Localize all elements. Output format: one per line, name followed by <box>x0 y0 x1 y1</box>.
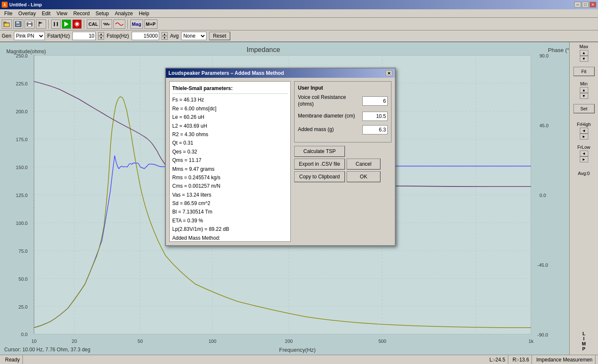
cal-button[interactable]: CAL <box>87 19 100 29</box>
menu-edit[interactable]: Edit <box>39 10 53 17</box>
dialog-title-bar[interactable]: Loudspeaker Parameters – Added Mass Meth… <box>166 68 395 78</box>
max-down-button[interactable]: ▼ <box>580 56 588 62</box>
noise-button[interactable] <box>101 19 112 29</box>
tsp-parameter-item: Bl = 7.130514 Tm <box>172 208 288 216</box>
tsp-parameter-item: ETA = 0.39 % <box>172 216 288 225</box>
dialog-title-text: Loudspeaker Parameters – Added Mass Meth… <box>168 70 284 76</box>
tsp-parameter-item: Re = 6.00 ohms[dc] <box>172 104 288 113</box>
tsp-parameter-item: Rms = 0.245574 kg/s <box>172 173 288 182</box>
cursor-l-status: L:-24.5 <box>487 355 508 364</box>
svg-line-22 <box>108 24 109 25</box>
tsp-parameter-item: Cms = 0.001257 m/N <box>172 182 288 190</box>
ok-button[interactable]: OK <box>347 171 380 182</box>
menu-record[interactable]: Record <box>71 10 92 17</box>
pause-button[interactable] <box>51 19 61 29</box>
frhigh-arrows: ◄ ► <box>580 128 588 140</box>
voice-coil-row: Voice coil Resistance(ohms) <box>298 94 388 107</box>
gen-bar: Gen Pink PN White PN Sine Sweep Fstart(H… <box>0 30 598 42</box>
limp-p: P <box>582 346 585 351</box>
tsp-parameter-item: Mms = 9.47 grams <box>172 165 288 173</box>
tsp-parameter-item: Qes = 0.32 <box>172 148 288 156</box>
svg-rect-15 <box>76 23 78 25</box>
svg-rect-12 <box>57 22 58 26</box>
fstart-spinner[interactable]: ▲ ▼ <box>98 32 104 40</box>
open-button[interactable] <box>2 19 12 29</box>
play-button[interactable] <box>62 19 71 29</box>
fstop-label: Fstop(Hz) <box>107 33 129 39</box>
minimize-button[interactable]: ─ <box>574 2 581 8</box>
tsp-parameter-item: Vas = 13.24 liters <box>172 191 288 199</box>
menu-bar: File Overlay Edit View Record Setup Anal… <box>0 9 598 18</box>
chart-container[interactable]: Magnitude(ohms) 250.0 225.0 200.0 175.0 … <box>0 42 569 355</box>
export-csv-button[interactable]: Export in .CSV file <box>294 159 345 170</box>
maximize-button[interactable]: □ <box>582 2 589 8</box>
fit-button[interactable]: Fit <box>573 67 595 76</box>
frhigh-right-button[interactable]: ► <box>580 134 588 140</box>
frhigh-left-button[interactable]: ◄ <box>580 128 588 134</box>
main-area: Magnitude(ohms) 250.0 225.0 200.0 175.0 … <box>0 42 598 355</box>
avg-label: Avg <box>170 33 179 39</box>
save-button[interactable] <box>13 19 23 29</box>
dialog-close-button[interactable]: ✕ <box>386 70 392 76</box>
fstop-input[interactable] <box>132 32 159 40</box>
export-row: Export in .CSV file Cancel <box>294 159 391 170</box>
stop-button[interactable] <box>72 19 82 29</box>
toolbar-separator-2 <box>84 19 85 29</box>
tsp-title: Thiele-Small parameters: <box>172 84 288 94</box>
dialog-right-section: User Input Voice coil Resistance(ohms) M… <box>294 81 391 242</box>
cursor-r-status: R:-13.6 <box>510 355 532 364</box>
set-button[interactable]: Set <box>573 104 595 113</box>
avg-value: Avg:0 <box>578 171 590 176</box>
reset-button[interactable]: Reset <box>209 32 230 40</box>
frlow-left-button[interactable]: ◄ <box>580 151 588 156</box>
svg-marker-10 <box>39 22 43 24</box>
max-up-button[interactable]: ▲ <box>580 50 588 56</box>
menu-analyze[interactable]: Analyze <box>112 10 135 17</box>
calculate-tsp-button[interactable]: Calculate TSP <box>294 146 345 157</box>
min-down-button[interactable]: ▼ <box>580 93 588 99</box>
svg-rect-5 <box>16 25 20 26</box>
tsp-parameter-item: Fs = 46.13 Hz <box>172 96 288 104</box>
menu-view[interactable]: View <box>54 10 70 17</box>
fstop-spinner[interactable]: ▲ ▼ <box>162 32 168 40</box>
gen-label: Gen <box>2 33 11 39</box>
min-arrows: ▲ ▼ <box>580 87 588 99</box>
voice-coil-resistance-input[interactable] <box>362 96 388 106</box>
fstop-down[interactable]: ▼ <box>162 36 168 40</box>
avg-select[interactable]: None 2 4 8 16 <box>181 32 207 40</box>
fstart-label: Fstart(Hz) <box>47 33 70 39</box>
svg-rect-1 <box>4 22 6 23</box>
print-button[interactable] <box>25 19 35 29</box>
fstart-up[interactable]: ▲ <box>98 32 104 36</box>
flag-button[interactable] <box>36 19 46 29</box>
wave-button[interactable] <box>113 19 125 29</box>
frlow-right-button[interactable]: ► <box>580 156 588 162</box>
close-button[interactable]: ✕ <box>590 2 596 8</box>
min-up-button[interactable]: ▲ <box>580 87 588 93</box>
menu-setup[interactable]: Setup <box>93 10 111 17</box>
menu-help[interactable]: Help <box>136 10 152 17</box>
svg-rect-8 <box>28 25 31 27</box>
toolbar-separator-1 <box>48 19 49 29</box>
tsp-parameter-item: Sd = 86.59 cm^2 <box>172 199 288 208</box>
membrane-diameter-input[interactable] <box>362 112 388 121</box>
calculate-row: Calculate TSP <box>294 146 391 157</box>
user-input-panel: User Input Voice coil Resistance(ohms) M… <box>294 81 391 142</box>
app-icon: λ <box>2 2 8 8</box>
fstart-input[interactable] <box>72 32 96 40</box>
mag-button[interactable]: Mag <box>130 19 143 29</box>
status-bar: Ready L:-24.5 R:-13.6 Impedance Measurem… <box>0 355 598 364</box>
fstart-down[interactable]: ▼ <box>98 36 104 40</box>
added-mass-input[interactable] <box>362 125 388 134</box>
gen-select[interactable]: Pink PN White PN Sine Sweep <box>14 32 45 40</box>
frlow-arrows: ◄ ► <box>580 151 588 162</box>
svg-rect-2 <box>4 23 9 27</box>
menu-file[interactable]: File <box>2 10 15 17</box>
loudspeaker-parameters-dialog: Loudspeaker Parameters – Added Mass Meth… <box>165 68 396 246</box>
cancel-button[interactable]: Cancel <box>347 159 380 170</box>
copy-clipboard-button[interactable]: Copy to Clipboard <box>294 171 345 182</box>
mp-button[interactable]: M+P <box>144 19 157 29</box>
menu-overlay[interactable]: Overlay <box>16 10 38 17</box>
clipboard-row: Copy to Clipboard OK <box>294 171 391 182</box>
fstop-up[interactable]: ▲ <box>162 32 168 36</box>
